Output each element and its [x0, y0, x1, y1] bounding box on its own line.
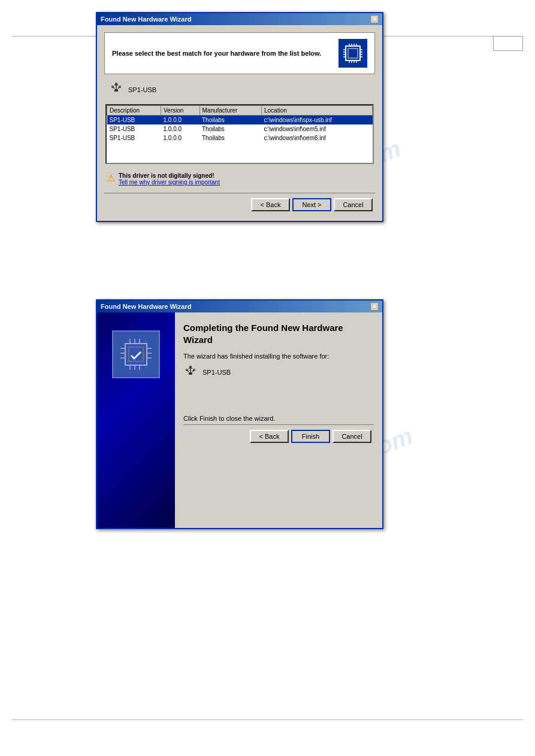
wizard2-right-panel: Completing the Found New Hardware Wizard…: [175, 312, 382, 528]
table-row[interactable]: SP1-USB 1.0.0.0 Thoilabs c:\windows\inf\…: [107, 133, 373, 142]
row3-loc: c:\windows\inf\oem6.inf: [262, 133, 373, 142]
svg-point-18: [115, 83, 117, 85]
wizard2-dialog: Found New Hardware Wizard ✕: [96, 299, 383, 529]
cancel-button[interactable]: Cancel: [334, 198, 373, 211]
row2-ver: 1.0.0.0: [161, 125, 200, 133]
wizard2-titlebar: Found New Hardware Wizard ✕: [97, 300, 382, 312]
row3-mfr: Thoilabs: [200, 133, 262, 142]
device-section: SP1-USB: [104, 80, 375, 99]
col-location: Location: [262, 106, 373, 116]
titlebar-buttons: ✕: [370, 15, 379, 23]
warning-section: ⚠ This driver is not digitally signed! T…: [104, 169, 375, 189]
wizard2-heading: Completing the Found New Hardware Wizard: [183, 322, 374, 345]
warning-icon: ⚠: [107, 172, 115, 184]
wizard2-close-button[interactable]: ✕: [370, 302, 379, 311]
wizard2-title: Found New Hardware Wizard: [101, 303, 191, 310]
wizard1-header-text: Please select the best match for your ha…: [112, 50, 333, 57]
svg-rect-1: [348, 48, 358, 58]
wizard2-titlebar-buttons: ✕: [370, 302, 379, 311]
wizard1-body: Please select the best match for your ha…: [97, 25, 382, 221]
device-label: SP1-USB: [128, 86, 156, 93]
row3-ver: 1.0.0.0: [161, 133, 200, 142]
svg-rect-23: [129, 347, 143, 362]
row1-desc: SP1-USB: [107, 116, 161, 125]
wizard2-left-panel: [97, 312, 175, 528]
wizard2-cancel-button[interactable]: Cancel: [333, 430, 371, 443]
back-button[interactable]: < Back: [251, 198, 290, 211]
driver-table: Description Version Manufacturer Locatio…: [107, 105, 373, 142]
svg-point-36: [189, 366, 192, 368]
wizard1-header: Please select the best match for your ha…: [104, 32, 375, 74]
col-description: Description: [107, 106, 161, 116]
row1-loc: c:\windows\inf\spx-usb.inf: [262, 116, 373, 125]
wizard2-desc: The wizard has finished installing the s…: [183, 353, 374, 360]
warning-text: This driver is not digitally signed!: [119, 172, 220, 179]
wizard2-finish-button[interactable]: Finish: [291, 430, 330, 443]
page-line-bottom: [12, 719, 523, 720]
wizard2-chip-icon: [112, 330, 160, 378]
col-version: Version: [161, 106, 200, 116]
row3-desc: SP1-USB: [107, 133, 161, 142]
svg-rect-19: [114, 89, 118, 92]
wizard1-btn-row: < Back Next > Cancel: [104, 193, 375, 214]
row2-loc: c:\windows\inf\oem5.inf: [262, 125, 373, 133]
row2-mfr: Thoilabs: [200, 125, 262, 133]
wizard2-device-row: SP1-USB: [183, 366, 374, 379]
col-manufacturer: Manufacturer: [200, 106, 262, 116]
wizard2-btn-row: < Back Finish Cancel: [183, 424, 374, 445]
wizard2-body: Completing the Found New Hardware Wizard…: [97, 312, 382, 528]
wizard2-finish-note: Click Finish to close the wizard.: [183, 415, 374, 422]
wizard2-usb-icon: [183, 366, 198, 379]
usb-icon: [109, 83, 123, 97]
driver-table-wrapper: Description Version Manufacturer Locatio…: [105, 104, 374, 164]
svg-rect-37: [189, 372, 192, 375]
close-button[interactable]: ✕: [370, 15, 379, 23]
hardware-icon: [338, 39, 367, 68]
row1-mfr: Thoilabs: [200, 116, 262, 125]
next-button[interactable]: Next >: [292, 198, 331, 211]
wizard2-device-name: SP1-USB: [202, 369, 231, 376]
row2-desc: SP1-USB: [107, 125, 161, 133]
corner-box: [493, 36, 523, 51]
table-row[interactable]: SP1-USB 1.0.0.0 Thoilabs c:\windows\inf\…: [107, 125, 373, 133]
wizard2-back-button[interactable]: < Back: [250, 430, 289, 443]
wizard1-titlebar: Found New Hardware Wizard ✕: [97, 13, 382, 25]
wizard1-title: Found New Hardware Wizard: [101, 16, 191, 23]
table-row[interactable]: SP1-USB 1.0.0.0 Thoilabs c:\windows\inf\…: [107, 116, 373, 125]
wizard1-dialog: Found New Hardware Wizard ✕ Please selec…: [96, 12, 383, 222]
row1-ver: 1.0.0.0: [161, 116, 200, 125]
driver-signing-link[interactable]: Tell me why driver signing is important: [119, 179, 220, 186]
